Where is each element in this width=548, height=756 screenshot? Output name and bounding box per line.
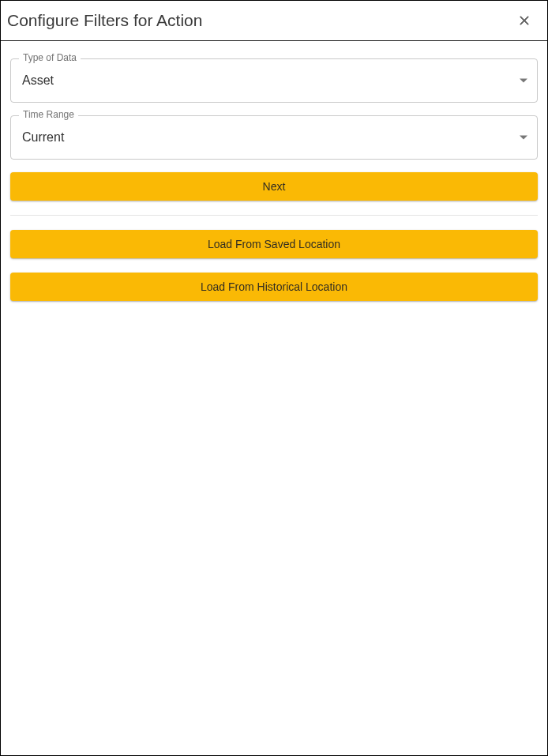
configure-filters-dialog: Configure Filters for Action Type of Dat… [0,0,548,756]
type-of-data-select[interactable]: Type of Data Asset [10,58,538,103]
dialog-body: Type of Data Asset Time Range Current Ne… [1,41,547,755]
close-button[interactable] [514,10,535,31]
load-from-historical-location-button[interactable]: Load From Historical Location [10,273,538,301]
divider [10,215,538,216]
time-range-label: Time Range [19,109,78,120]
chevron-down-icon [520,79,527,83]
next-button[interactable]: Next [10,172,538,201]
chevron-down-icon [520,136,527,140]
close-icon [517,13,531,28]
type-of-data-value: Asset [22,73,54,88]
dialog-title-bar: Configure Filters for Action [1,1,547,41]
time-range-select[interactable]: Time Range Current [10,115,538,160]
type-of-data-label: Type of Data [19,52,81,63]
time-range-value: Current [22,130,64,145]
load-from-saved-location-button[interactable]: Load From Saved Location [10,230,538,258]
dialog-title: Configure Filters for Action [7,11,202,30]
